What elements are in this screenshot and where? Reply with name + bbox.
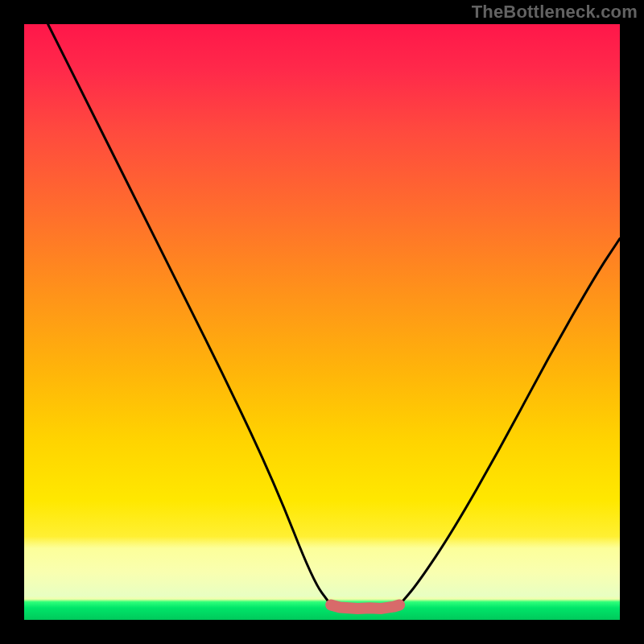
watermark-text: TheBottleneck.com <box>472 2 638 23</box>
curve-overlay <box>24 24 620 620</box>
left-curve <box>48 24 332 605</box>
plateau-segment <box>331 605 399 609</box>
chart-frame: TheBottleneck.com <box>0 0 644 644</box>
right-curve <box>399 238 620 605</box>
plot-area <box>24 24 620 620</box>
